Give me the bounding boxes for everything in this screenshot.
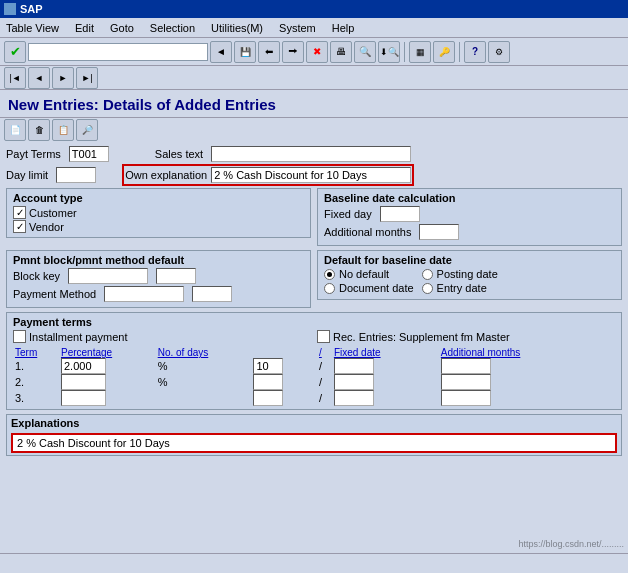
check-button[interactable]: ✔: [4, 41, 26, 63]
additional-months-input[interactable]: [419, 224, 459, 240]
document-date-label: Document date: [339, 282, 414, 294]
next-entry-button[interactable]: ►: [52, 67, 74, 89]
additional-months-label: Additional months: [324, 226, 411, 238]
explanations-title: Explanations: [7, 415, 621, 431]
block-key-label: Block key: [13, 270, 60, 282]
block-key-input[interactable]: [68, 268, 148, 284]
menu-goto[interactable]: Goto: [108, 22, 136, 34]
installment-label: Installment payment: [29, 331, 127, 343]
menu-utilities[interactable]: Utilities(M): [209, 22, 265, 34]
block-key-input2[interactable]: [156, 268, 196, 284]
find-button[interactable]: 🔍: [354, 41, 376, 63]
row3-days[interactable]: [253, 390, 283, 406]
no-default-row: No default: [324, 268, 414, 280]
grid-button[interactable]: ▦: [409, 41, 431, 63]
forward-button[interactable]: ⮕: [282, 41, 304, 63]
fixed-date-header: Fixed date: [332, 347, 439, 358]
status-bar: [0, 553, 628, 573]
first-entry-button[interactable]: |◄: [4, 67, 26, 89]
prev-entry-button[interactable]: ◄: [28, 67, 50, 89]
explanation-text: 2 % Cash Discount for 10 Days: [11, 433, 617, 453]
payt-terms-row: Payt Terms Sales text: [6, 146, 622, 162]
installment-checkbox[interactable]: [13, 330, 26, 343]
find-next-button[interactable]: ⬇🔍: [378, 41, 400, 63]
delete-button[interactable]: 🗑: [28, 119, 50, 141]
day-limit-label: Day limit: [6, 169, 48, 181]
pmnt-default-section: Pmnt block/pmnt method default Block key…: [6, 250, 622, 312]
row1-fixed-date[interactable]: [334, 358, 374, 374]
document-date-radio[interactable]: [324, 283, 335, 294]
table-row: /: [317, 374, 615, 390]
day-limit-input[interactable]: [56, 167, 96, 183]
row1-days[interactable]: [253, 358, 283, 374]
explanations-section: Explanations 2 % Cash Discount for 10 Da…: [6, 414, 622, 456]
row3-num: 3.: [13, 390, 59, 406]
fixed-day-input[interactable]: [380, 206, 420, 222]
row3-add-months[interactable]: [441, 390, 491, 406]
entry-date-label: Entry date: [437, 282, 487, 294]
posting-date-radio[interactable]: [422, 269, 433, 280]
row1-num: 1.: [13, 358, 59, 374]
customer-checkbox[interactable]: ✓: [13, 206, 26, 219]
command-input[interactable]: [28, 43, 208, 61]
slash-header: /: [317, 347, 332, 358]
percentage-header: Percentage: [59, 347, 156, 358]
help-button[interactable]: ?: [464, 41, 486, 63]
add-months-header: Additional months: [439, 347, 615, 358]
settings-button[interactable]: ⚙: [488, 41, 510, 63]
nav-left-button[interactable]: ◄: [210, 41, 232, 63]
own-explanation-label: Own explanation: [125, 169, 207, 181]
payment-method-row: Payment Method: [13, 286, 304, 302]
row1-pct-sign: %: [158, 360, 168, 372]
row2-num: 2.: [13, 374, 59, 390]
menu-table-view[interactable]: Table View: [4, 22, 61, 34]
no-default-radio[interactable]: [324, 269, 335, 280]
row3-percentage[interactable]: [61, 390, 106, 406]
last-entry-button[interactable]: ►|: [76, 67, 98, 89]
action-toolbar: |◄ ◄ ► ►|: [0, 66, 628, 90]
customer-row: ✓ Customer: [13, 206, 304, 219]
default-baseline-section: Default for baseline date No default Doc…: [317, 250, 622, 300]
stop-button[interactable]: ✖: [306, 41, 328, 63]
rec-entries-checkbox[interactable]: [317, 330, 330, 343]
detail-button[interactable]: 🔎: [76, 119, 98, 141]
page-title: New Entries: Details of Added Entries: [0, 90, 628, 118]
watermark: https://blog.csdn.net/.........: [518, 539, 624, 549]
own-explanation-input[interactable]: [211, 167, 411, 183]
rec-entries-label: Rec. Entries: Supplement fm Master: [333, 331, 510, 343]
table-row: /: [317, 358, 615, 374]
payt-terms-input[interactable]: [69, 146, 109, 162]
copy-button[interactable]: 📋: [52, 119, 74, 141]
row2-add-months[interactable]: [441, 374, 491, 390]
row2-days[interactable]: [253, 374, 283, 390]
print-button[interactable]: 🖶: [330, 41, 352, 63]
row2-pct-sign: %: [158, 376, 168, 388]
row2-slash: /: [317, 374, 332, 390]
menu-system[interactable]: System: [277, 22, 318, 34]
own-explanation-container: Own explanation: [122, 164, 414, 186]
payment-method-input2[interactable]: [192, 286, 232, 302]
row2-percentage[interactable]: [61, 374, 106, 390]
row1-add-months[interactable]: [441, 358, 491, 374]
row3-fixed-date[interactable]: [334, 390, 374, 406]
row2-fixed-date[interactable]: [334, 374, 374, 390]
entry-date-radio[interactable]: [422, 283, 433, 294]
menu-edit[interactable]: Edit: [73, 22, 96, 34]
vendor-checkbox[interactable]: ✓: [13, 220, 26, 233]
posting-date-row: Posting date: [422, 268, 498, 280]
sales-text-input[interactable]: [211, 146, 411, 162]
row1-percentage[interactable]: [61, 358, 106, 374]
app-icon: [4, 3, 16, 15]
rec-entries-row: Rec. Entries: Supplement fm Master: [317, 330, 615, 343]
payment-method-input[interactable]: [104, 286, 184, 302]
menu-selection[interactable]: Selection: [148, 22, 197, 34]
back-button[interactable]: ⬅: [258, 41, 280, 63]
fixed-day-label: Fixed day: [324, 208, 372, 220]
menu-help[interactable]: Help: [330, 22, 357, 34]
new-entries-button[interactable]: 📄: [4, 119, 26, 141]
table-row: 2. %: [13, 374, 311, 390]
table-row: 1. %: [13, 358, 311, 374]
toolbar: ✔ ◄ 💾 ⬅ ⮕ ✖ 🖶 🔍 ⬇🔍 ▦ 🔑 ? ⚙: [0, 38, 628, 66]
save-button[interactable]: 💾: [234, 41, 256, 63]
keys-button[interactable]: 🔑: [433, 41, 455, 63]
